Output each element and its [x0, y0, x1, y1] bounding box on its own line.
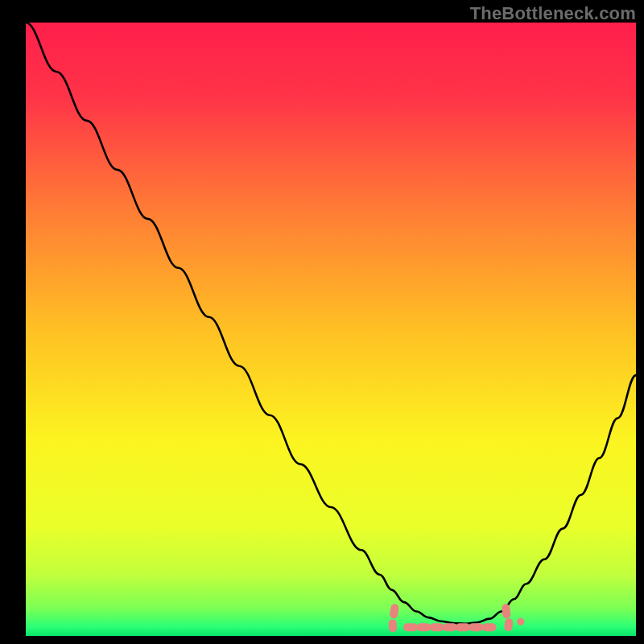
plot-background	[26, 23, 636, 636]
svg-rect-1	[388, 619, 397, 633]
bottleneck-chart	[0, 0, 644, 644]
svg-rect-4	[403, 623, 418, 631]
svg-rect-10	[482, 623, 497, 631]
watermark-text: TheBottleneck.com	[470, 3, 636, 24]
chart-frame: { "watermark": "TheBottleneck.com", "cha…	[0, 0, 644, 644]
svg-rect-5	[416, 623, 431, 631]
svg-rect-7	[443, 623, 457, 631]
svg-rect-8	[456, 623, 470, 631]
svg-rect-11	[517, 618, 524, 625]
svg-rect-6	[430, 623, 444, 631]
svg-rect-9	[469, 623, 483, 631]
